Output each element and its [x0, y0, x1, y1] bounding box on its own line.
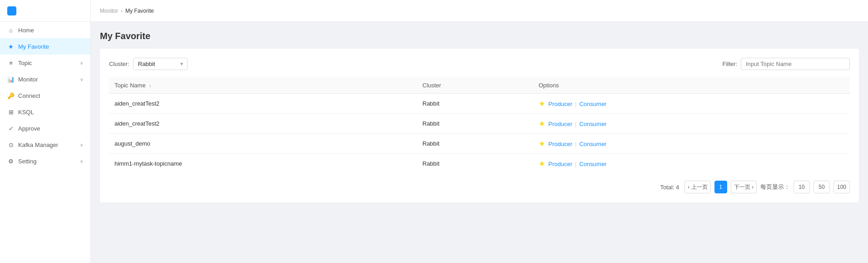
logo-icon	[7, 6, 16, 15]
monitor-icon: 📊	[7, 76, 15, 83]
total-label: Total: 4	[660, 184, 679, 191]
topbar: Monitor › My Favorite	[91, 0, 868, 22]
options-separator: |	[575, 141, 576, 147]
main-content: Monitor › My Favorite My Favorite Cluste…	[91, 0, 868, 263]
breadcrumb-parent: Monitor	[100, 8, 118, 14]
sidebar-item-approve[interactable]: ✓Approve	[0, 120, 90, 137]
pagination: Total: 4 ‹ 上一页 1 下一页 › 每页显示： 10 50 100	[109, 181, 850, 193]
per-page-50-button[interactable]: 50	[813, 181, 830, 193]
sidebar: ⌂Home★My Favorite≡Topic∨📊Monitor∨🔑Connec…	[0, 0, 91, 263]
cell-cluster: Rabbit	[417, 114, 533, 134]
breadcrumb-sep: ›	[121, 8, 123, 14]
col-topic-name: Topic Name ↕	[109, 77, 417, 94]
cluster-label: Cluster:	[109, 61, 129, 67]
page-content: My Favorite Cluster: RabbitCluster2Clust…	[91, 22, 868, 263]
sidebar-item-label-topic: Topic	[18, 60, 80, 66]
table-row: august_demoRabbit★ Producer|Consumer	[109, 134, 850, 154]
table-body: aiden_creatTest2Rabbit★ Producer|Consume…	[109, 94, 850, 174]
consumer-button[interactable]: Consumer	[577, 141, 608, 147]
sidebar-item-ksql[interactable]: ⊞KSQL	[0, 104, 90, 120]
chevron-down-icon: ∨	[80, 61, 83, 66]
toolbar-left: Cluster: RabbitCluster2Cluster3 ▼	[109, 58, 188, 70]
sidebar-item-label-connect: Connect	[18, 92, 83, 99]
cell-cluster: Rabbit	[417, 94, 533, 114]
producer-button[interactable]: Producer	[546, 161, 574, 167]
table-header: Topic Name ↕ Cluster Options	[109, 77, 850, 94]
home-icon: ⌂	[7, 26, 15, 34]
per-page-label: 每页显示：	[760, 183, 790, 191]
favorite-star-icon[interactable]: ★	[539, 140, 545, 147]
prev-page-button[interactable]: ‹ 上一页	[684, 181, 710, 193]
sidebar-item-setting[interactable]: ⚙Setting∨	[0, 153, 90, 169]
cell-cluster: Rabbit	[417, 134, 533, 154]
table-row: aiden_creatTest2Rabbit★ Producer|Consume…	[109, 94, 850, 114]
cell-options: ★ Producer|Consumer	[533, 94, 850, 114]
cell-topic-name: himm1-mytask-topicname	[109, 154, 417, 174]
sidebar-item-label-setting: Setting	[18, 158, 80, 165]
header-row: Topic Name ↕ Cluster Options	[109, 77, 850, 94]
consumer-button[interactable]: Consumer	[577, 121, 608, 127]
connect-icon: 🔑	[7, 92, 15, 99]
cell-options: ★ Producer|Consumer	[533, 114, 850, 134]
sort-icon: ↕	[149, 83, 151, 88]
sidebar-item-monitor[interactable]: 📊Monitor∨	[0, 71, 90, 87]
consumer-button[interactable]: Consumer	[577, 161, 608, 167]
toolbar-right: Filter:	[723, 58, 850, 70]
col-options: Options	[533, 77, 850, 94]
consumer-button[interactable]: Consumer	[577, 101, 608, 107]
per-page-10-button[interactable]: 10	[794, 181, 810, 193]
cell-topic-name: aiden_creatTest2	[109, 114, 417, 134]
cluster-select-wrap: RabbitCluster2Cluster3 ▼	[133, 58, 188, 70]
sidebar-item-home[interactable]: ⌂Home	[0, 22, 90, 38]
producer-button[interactable]: Producer	[546, 121, 574, 127]
breadcrumb-current: My Favorite	[125, 8, 154, 14]
next-page-button[interactable]: 下一页 ›	[731, 181, 757, 193]
sidebar-item-connect[interactable]: 🔑Connect	[0, 87, 90, 104]
main-card: Cluster: RabbitCluster2Cluster3 ▼ Filter…	[100, 49, 859, 202]
approve-icon: ✓	[7, 125, 15, 132]
favorite-star-icon[interactable]: ★	[539, 120, 545, 127]
sidebar-item-label-my-favorite: My Favorite	[18, 43, 83, 50]
col-cluster: Cluster	[417, 77, 533, 94]
producer-button[interactable]: Producer	[546, 141, 574, 147]
favorite-star-icon[interactable]: ★	[539, 100, 545, 107]
chevron-down-icon: ∨	[80, 77, 83, 82]
sidebar-nav: ⌂Home★My Favorite≡Topic∨📊Monitor∨🔑Connec…	[0, 22, 90, 169]
topic-icon: ≡	[7, 59, 15, 66]
cluster-select[interactable]: RabbitCluster2Cluster3	[133, 58, 188, 70]
page-title: My Favorite	[100, 31, 859, 41]
cell-options: ★ Producer|Consumer	[533, 154, 850, 174]
cell-topic-name: aiden_creatTest2	[109, 94, 417, 114]
cell-cluster: Rabbit	[417, 154, 533, 174]
table-row: aiden_creatTest2Rabbit★ Producer|Consume…	[109, 114, 850, 134]
chevron-down-icon: ∨	[80, 159, 83, 164]
star-nav-icon: ★	[7, 43, 15, 50]
topics-table: Topic Name ↕ Cluster Options aiden_creat…	[109, 77, 850, 173]
filter-label: Filter:	[723, 61, 738, 67]
sidebar-item-my-favorite[interactable]: ★My Favorite	[0, 38, 90, 55]
sidebar-item-label-home: Home	[18, 27, 83, 34]
favorite-star-icon[interactable]: ★	[539, 160, 545, 167]
ksql-icon: ⊞	[7, 108, 15, 116]
chevron-down-icon: ∨	[80, 142, 83, 147]
sidebar-item-topic[interactable]: ≡Topic∨	[0, 55, 90, 71]
producer-button[interactable]: Producer	[546, 101, 574, 107]
filter-input[interactable]	[741, 58, 850, 70]
options-separator: |	[575, 121, 576, 127]
sidebar-logo	[0, 0, 90, 22]
options-separator: |	[575, 161, 576, 167]
sidebar-item-label-kafka-manager: Kafka Manager	[18, 142, 80, 148]
cell-topic-name: august_demo	[109, 134, 417, 154]
page-1-button[interactable]: 1	[714, 181, 727, 193]
sidebar-item-label-approve: Approve	[18, 125, 83, 132]
setting-icon: ⚙	[7, 157, 15, 165]
kafka-icon: ⊙	[7, 141, 15, 148]
sidebar-item-kafka-manager[interactable]: ⊙Kafka Manager∨	[0, 137, 90, 153]
options-separator: |	[575, 101, 576, 107]
sidebar-item-label-ksql: KSQL	[18, 109, 83, 116]
toolbar: Cluster: RabbitCluster2Cluster3 ▼ Filter…	[109, 58, 850, 70]
table-row: himm1-mytask-topicnameRabbit★ Producer|C…	[109, 154, 850, 174]
cell-options: ★ Producer|Consumer	[533, 134, 850, 154]
sidebar-item-label-monitor: Monitor	[18, 76, 80, 83]
per-page-100-button[interactable]: 100	[833, 181, 850, 193]
